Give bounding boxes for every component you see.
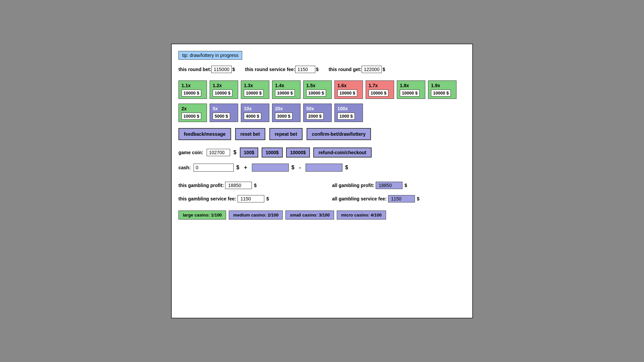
casino-badge-2[interactable]: small casino: 3/100 [285,210,334,220]
mult-cell-50[interactable]: 50x 2000 $ [303,104,332,122]
mult-label: 1.6x [337,83,346,88]
mult-label: 100x [337,106,348,111]
amount-box: 10000 $ [181,89,201,97]
amount-box: 5000 $ [213,113,230,120]
amount-box: 2000 $ [306,113,324,120]
amount-box: 10000 $ [431,89,451,97]
mult-cell-5[interactable]: 5x 5000 $ [210,104,238,122]
casino-badge-3[interactable]: micro casino: 4/100 [337,210,386,220]
mult-label: 1.9x [431,83,440,88]
confirm-bet-button[interactable]: confirm-bet/draw/lottery [307,128,371,140]
reset-bet-button[interactable]: reset bet [235,128,265,140]
cash-label: cash: [178,165,191,170]
mult-cell-15[interactable]: 1.5x 10000 $ [303,80,332,99]
coin-10000-button[interactable]: 10000$ [286,147,310,158]
amount-box: 10000 $ [244,89,264,97]
mult-label: 1.3x [244,83,253,88]
cash-minus-input[interactable] [306,164,342,172]
all-profit-currency: $ [405,183,407,188]
round-fee-box: this round service fee: 1150 $ [245,66,319,73]
refund-button[interactable]: refund-coin/checkout [313,147,372,158]
multipliers-row-2: 2x 10000 $ 5x 5000 $ 10x 4000 $ 20x 3000… [178,104,466,122]
multipliers-row-1: 1.1x 10000 $ 1.2x 10000 $ 1.3x 10000 $ 1… [178,80,466,99]
this-fee-row: this gambling service fee: 1150 $ [178,195,312,202]
this-fee-value: 1150 [237,195,264,202]
round-info-row: this round bet: 115000 $ this round serv… [178,66,466,73]
mult-label: 2x [181,106,187,111]
round-fee-currency: $ [316,67,319,72]
amount-box: 10000 $ [369,89,388,97]
cash-currency-2: $ [291,165,294,171]
mult-cell-19[interactable]: 1.9x 10000 $ [428,80,457,99]
round-get-box: this round get: 122000 $ [329,66,385,73]
profit-section: this gambling profit: 18850 $ all gambli… [178,182,466,202]
mult-label: 10x [244,106,252,111]
game-coin-row: game coin: 102700 $ 100$ 1000$ 10000$ re… [178,147,466,158]
amount-box: 10000 $ [400,89,420,97]
round-bet-label: this round bet: [178,67,211,72]
action-buttons-row: feedback/message reset bet repeat bet co… [178,128,466,140]
all-profit-row: all gambling profit: 18850 $ [332,182,466,189]
round-fee-value: 1150 [295,66,315,73]
cash-minus: - [299,165,301,171]
feedback-button[interactable]: feedback/message [178,128,231,140]
mult-cell-13[interactable]: 1.3x 10000 $ [241,80,269,99]
cash-row: cash: $ + $ - $ [178,164,466,172]
mult-label: 1.1x [181,83,191,88]
round-get-currency: $ [382,67,385,72]
this-fee-label: this gambling service fee: [178,196,236,201]
mult-label: 1.8x [400,83,409,88]
mult-cell-20[interactable]: 20x 3000 $ [272,104,301,122]
amount-box: 3000 $ [275,113,292,120]
amount-box: 10000 $ [181,113,201,120]
mult-label: 1.5x [306,83,315,88]
mult-cell-100[interactable]: 100x 1000 $ [334,104,363,122]
amount-box: 10000 $ [337,89,357,97]
round-fee-label: this round service fee: [245,67,295,72]
mult-cell-2[interactable]: 2x 10000 $ [178,104,207,122]
round-bet-currency: $ [232,67,235,72]
this-profit-label: this gambling profit: [178,183,224,188]
game-coin-value: 102700 [207,149,230,156]
amount-box: 10000 $ [275,89,295,97]
this-profit-currency: $ [254,183,257,188]
cash-value-input[interactable] [194,164,234,172]
mult-cell-14[interactable]: 1.4x 10000 $ [272,80,301,99]
mult-label: 20x [275,106,283,111]
this-profit-row: this gambling profit: 18850 $ [178,182,312,189]
coin-1000-button[interactable]: 1000$ [262,147,283,158]
amount-box: 1000 $ [337,113,355,120]
mult-cell-17[interactable]: 1.7x 10000 $ [366,80,394,99]
cash-plus-input[interactable] [252,164,289,172]
game-coin-currency: $ [233,149,236,156]
repeat-bet-button[interactable]: repeat bet [269,128,303,140]
mult-label: 1.4x [275,83,284,88]
all-fee-currency: $ [417,196,420,201]
casino-badge-0[interactable]: large casino: 1/100 [178,210,226,220]
round-get-label: this round get: [329,67,362,72]
main-container: tip: draw/lottery in progress this round… [171,44,473,318]
round-get-value: 122000 [362,66,382,73]
coin-100-button[interactable]: 100$ [240,147,258,158]
tip-text: tip: draw/lottery in progress [182,53,238,58]
all-profit-label: all gambling profit: [332,183,374,188]
mult-cell-10[interactable]: 10x 4000 $ [241,104,269,122]
all-fee-row: all gambling service fee: 1150 $ [332,195,466,202]
mult-cell-12[interactable]: 1.2x 10000 $ [210,80,238,99]
mult-label: 1.7x [369,83,378,88]
mult-label: 1.2x [213,83,222,88]
mult-label: 5x [213,106,218,111]
mult-cell-16[interactable]: 1.6x 10000 $ [334,80,363,99]
mult-label: 50x [306,106,314,111]
mult-cell-11[interactable]: 1.1x 10000 $ [178,80,207,99]
amount-box: 10000 $ [306,89,326,97]
this-profit-value: 18850 [225,182,252,189]
amount-box: 10000 $ [213,89,232,97]
casino-row: large casino: 1/100medium casino: 2/100s… [178,210,466,220]
game-coin-label: game coin: [178,150,203,155]
round-bet-value: 115000 [211,66,232,73]
casino-badge-1[interactable]: medium casino: 2/100 [229,210,283,220]
mult-cell-18[interactable]: 1.8x 10000 $ [397,80,425,99]
all-profit-value: 18850 [376,182,402,189]
tip-bar: tip: draw/lottery in progress [178,51,242,60]
